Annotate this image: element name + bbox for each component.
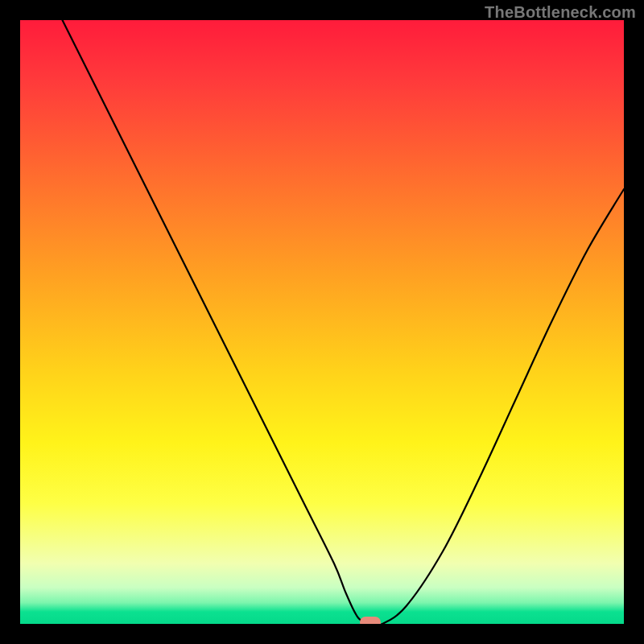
optimal-marker — [360, 617, 381, 624]
watermark-label: TheBottleneck.com — [485, 3, 636, 22]
plot-area — [20, 20, 624, 624]
curve-path — [63, 20, 625, 624]
chart-frame: TheBottleneck.com — [0, 0, 644, 644]
bottleneck-curve — [20, 20, 624, 624]
